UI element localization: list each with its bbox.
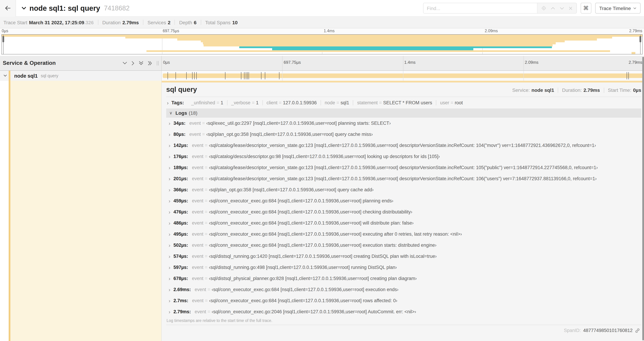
keyboard-shortcuts-button[interactable]: ⌘ [580,3,591,14]
minimap-span-bar [146,50,610,52]
vertical-scrollbar[interactable] [642,56,644,341]
log-row[interactable]: ›201µs:event=‹sql/catalog/lease/descript… [166,173,641,184]
log-row[interactable]: ›2.7ms:event=‹sql/conn_executor_exec.go:… [166,295,641,306]
find-prev-button[interactable] [551,7,555,10]
chevron-right-icon[interactable]: › [168,132,170,137]
chevron-down-icon[interactable] [4,75,7,77]
jaeger-trace-view: node sql1: sql query 7418682 [0,0,644,341]
log-row[interactable]: ›597µs:event=‹sql/distsql_running.go:498… [166,262,641,273]
chevron-right-icon[interactable]: › [168,143,170,148]
log-row[interactable]: ›176µs:event=‹sql/catalog/descs/descript… [166,151,641,162]
clear-find-icon[interactable] [569,7,572,10]
log-row[interactable]: ›486µs:event=‹sql/conn_executor_exec.go:… [166,217,641,228]
chevron-right-icon[interactable]: › [168,154,170,159]
chevron-down-icon[interactable]: ∨ [169,110,172,115]
span-color-strip [162,81,644,83]
log-row[interactable]: ›495µs:event=‹sql/conn_executor_exec.go:… [166,228,641,239]
expand-all-button[interactable] [148,61,152,65]
collapse-one-button[interactable] [122,62,127,65]
deep-link-button[interactable] [635,328,640,333]
log-row[interactable]: ›34µs:event=‹sql/exec_util.go:2297 [nsql… [166,118,641,129]
tag-item: user=root [436,100,466,105]
log-row[interactable]: ›678µs:event=‹sql/distsql_physical_plann… [166,273,641,284]
back-button[interactable] [0,0,16,17]
tags-row[interactable]: › Tags: _unfinished=1_verbose=1client=12… [166,97,641,107]
logs-header[interactable]: ∨ Logs (18) [166,109,641,118]
minimap-canvas[interactable] [2,34,642,54]
log-field-value: ‹sql/catalog/lease/descriptor_version_st… [209,143,596,148]
log-row[interactable]: ›80µs:event=‹sql/plan_opt.go:358 [nsql1,… [166,129,641,140]
chevron-right-icon[interactable]: › [168,287,170,292]
timeline-tick-label: 1.4ms [403,60,416,65]
equals-sign: = [208,287,210,292]
log-row[interactable]: ›459µs:event=‹sql/conn_executor_exec.go:… [166,195,641,206]
log-row[interactable]: ›366µs:event=‹sql/plan_opt.go:358 [nsql1… [166,184,641,195]
arrow-left-icon [5,6,11,11]
chevron-right-icon[interactable]: › [168,187,170,192]
chevron-right-icon[interactable]: › [168,176,170,181]
chevron-right-icon[interactable]: › [168,231,170,236]
span-row-name-cell[interactable]: node sql1 sql query [0,71,162,81]
log-field-key: event [192,276,204,281]
summary-value: March 31 2022, 17:25:09 [29,20,84,25]
log-field-key: event [195,287,206,292]
column-resize-grip[interactable] [157,61,158,65]
expand-one-button[interactable] [132,61,134,65]
equals-sign: = [205,253,208,259]
top-bar: node sql1: sql query 7418682 [0,0,644,17]
scrollbar-thumb[interactable] [642,57,644,340]
collapse-all-button[interactable] [139,61,143,65]
find-next-button[interactable] [560,7,564,10]
chevron-right-icon[interactable]: › [168,298,170,303]
chevron-right-icon[interactable]: › [168,198,170,203]
log-field-key: event [195,309,206,314]
log-row[interactable]: ›574µs:event=‹sql/distsql_running.go:142… [166,250,641,262]
log-field-key: event [192,209,204,214]
expand-collapse-tools [122,61,152,65]
log-row[interactable]: ›189µs:event=‹sql/catalog/lease/descript… [166,162,641,173]
chevron-right-icon[interactable]: › [168,242,170,248]
minimap-span-bar [2,35,642,37]
find-input[interactable] [423,3,537,13]
match-case-icon[interactable] [541,6,546,11]
span-detail-panel: sql query Service:node sql1Duration:2.79… [162,81,644,341]
chevron-down-icon[interactable] [22,7,26,10]
find-box [423,3,577,14]
tag-value: 1 [256,100,258,105]
minimap-span-bar [240,46,552,48]
chevron-right-icon[interactable]: › [168,209,170,214]
log-marker [628,72,629,79]
log-marker [246,72,246,79]
log-row[interactable]: ›2.79ms:event=‹sql/conn_executor_exec.go… [166,306,641,317]
log-field-key: event [192,253,204,259]
log-row[interactable]: ›142µs:event=‹sql/catalog/lease/descript… [166,140,641,151]
span-row-timeline-cell[interactable] [162,71,644,81]
minimap-right-scrubber[interactable] [640,35,641,54]
chevron-right-icon[interactable]: › [168,265,170,270]
log-field-value: ‹sql/conn_executor_exec.go:2046 [nsql1,c… [212,309,416,314]
trace-view-selector[interactable]: Trace Timeline [595,3,640,14]
log-row[interactable]: ›502µs:event=‹sql/conn_executor_exec.go:… [166,239,641,250]
chevron-right-icon[interactable]: › [168,309,170,314]
chevron-right-icon[interactable]: › [168,276,170,281]
scrubber-grip-icon [2,36,4,42]
log-row[interactable]: ›476µs:event=‹sql/conn_executor_exec.go:… [166,206,641,217]
minimap-left-scrubber[interactable] [3,35,3,54]
log-field-value: ‹sql/catalog/descs/descriptor.go:98 [nsq… [209,154,440,159]
log-marker [247,72,248,79]
timeline-tick-label: 2.79ms [629,29,644,33]
chevron-right-icon[interactable]: › [168,253,170,259]
chevron-right-icon[interactable]: › [168,120,170,126]
log-field-key: event [190,132,201,137]
chevron-right-icon[interactable]: › [168,220,170,225]
log-field-key: event [192,242,204,248]
log-field-value: ‹sql/plan_opt.go:358 [nsql1,client=127.0… [209,187,374,192]
log-row[interactable]: ›2.69ms:event=‹sql/conn_executor_exec.go… [166,284,641,295]
logs-count: (18) [189,110,198,116]
log-field-value: ‹sql/catalog/lease/descriptor_version_st… [209,176,596,181]
page-title: node sql1: sql query [30,4,100,12]
log-field-key: event [192,176,204,181]
log-timestamp: 2.79ms: [174,309,191,314]
chevron-right-icon[interactable]: › [167,100,168,105]
chevron-right-icon[interactable]: › [168,165,170,170]
